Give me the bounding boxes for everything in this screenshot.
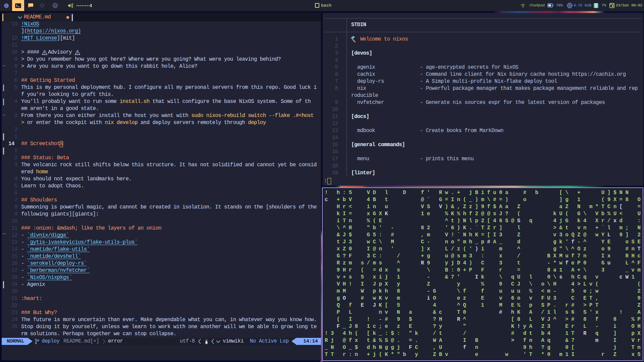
- svg-text:@: @: [54, 4, 57, 7]
